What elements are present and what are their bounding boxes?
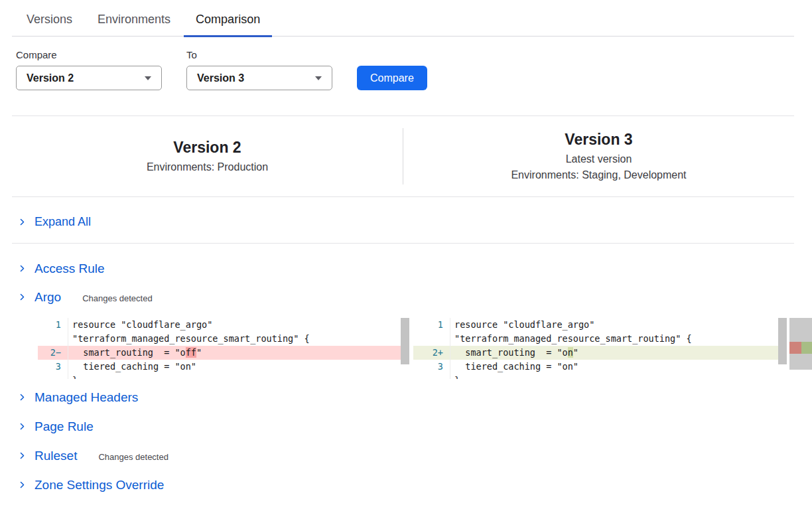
line-number: 1 bbox=[38, 318, 68, 332]
chevron-right-icon bbox=[18, 218, 27, 226]
diff-line: 3 tiered_caching = "on" bbox=[38, 360, 409, 374]
code-text: resource "cloudflare_argo" bbox=[68, 318, 409, 332]
diff-line: } bbox=[413, 374, 787, 379]
section-label: Access Rule bbox=[34, 261, 105, 276]
deletion-marker bbox=[789, 342, 801, 354]
line-number bbox=[38, 374, 68, 379]
to-version-select[interactable]: Version 3 bbox=[186, 66, 332, 90]
compare-version-select-value: Version 2 bbox=[27, 72, 74, 84]
left-version-header: Version 2 Environments: Production bbox=[12, 128, 403, 185]
code-text: } bbox=[450, 374, 787, 379]
section-list: Access Rule Argo Changes detected 1 reso… bbox=[18, 261, 794, 492]
diff-line: } bbox=[38, 374, 409, 379]
code-text: smart_routing = "on" bbox=[450, 346, 787, 360]
tab-comparison[interactable]: Comparison bbox=[184, 12, 272, 37]
left-pane-scrollbar[interactable] bbox=[401, 318, 409, 364]
diff-right-pane[interactable]: 1 resource "cloudflare_argo" "terraform_… bbox=[413, 318, 787, 379]
chevron-right-icon bbox=[18, 264, 27, 273]
right-version-latest-label: Latest version bbox=[403, 151, 794, 167]
tab-versions[interactable]: Versions bbox=[15, 12, 84, 37]
added-chars: n bbox=[568, 347, 573, 358]
section-label: Managed Headers bbox=[34, 390, 138, 405]
section-argo[interactable]: Argo Changes detected bbox=[18, 289, 794, 305]
diff-line: 1 resource "cloudflare_argo" bbox=[413, 318, 787, 332]
code-text: tiered_caching = "on" bbox=[450, 360, 787, 374]
diff-line-wrap: "terraform_managed_resource_smart_routin… bbox=[38, 332, 409, 346]
version-comparison-header: Version 2 Environments: Production Versi… bbox=[12, 115, 794, 197]
diff-left-pane[interactable]: 1 resource "cloudflare_argo" "terraform_… bbox=[38, 318, 409, 379]
deletion-sign: − bbox=[56, 347, 61, 358]
code-text: smart_routing = "off" bbox=[68, 346, 409, 360]
chevron-down-icon bbox=[145, 76, 151, 80]
diff-line-deleted: 2− smart_routing = "off" bbox=[38, 346, 409, 360]
diff-line: 3 tiered_caching = "on" bbox=[413, 360, 787, 374]
line-number: 3 bbox=[413, 360, 450, 374]
section-label: Page Rule bbox=[34, 419, 94, 434]
right-version-header: Version 3 Latest version Environments: S… bbox=[403, 120, 794, 192]
line-number: 2− bbox=[38, 346, 68, 360]
left-version-title: Version 2 bbox=[12, 137, 403, 157]
right-version-title: Version 3 bbox=[403, 129, 794, 149]
changes-detected-badge: Changes detected bbox=[98, 450, 169, 462]
addition-sign: + bbox=[438, 347, 443, 358]
section-label: Argo bbox=[34, 289, 61, 305]
line-number: 3 bbox=[38, 360, 68, 374]
section-label: Ruleset bbox=[34, 448, 77, 463]
code-text: "terraform_managed_resource_smart_routin… bbox=[450, 332, 787, 346]
section-ruleset[interactable]: Ruleset Changes detected bbox=[18, 448, 794, 463]
section-zone-settings-override[interactable]: Zone Settings Override bbox=[18, 477, 794, 492]
code-text: tiered_caching = "on" bbox=[68, 360, 409, 374]
right-pane-scrollbar[interactable] bbox=[778, 318, 787, 364]
addition-marker bbox=[801, 342, 812, 354]
line-number bbox=[413, 332, 450, 346]
expand-all-label: Expand All bbox=[34, 214, 91, 230]
chevron-right-icon bbox=[18, 481, 27, 489]
code-text: resource "cloudflare_argo" bbox=[450, 318, 787, 332]
diff-overview-ruler bbox=[789, 318, 812, 370]
to-field: To Version 3 bbox=[186, 49, 332, 90]
tab-environments[interactable]: Environments bbox=[86, 12, 182, 37]
line-number: 2+ bbox=[413, 346, 450, 360]
compare-version-select[interactable]: Version 2 bbox=[16, 66, 162, 90]
deleted-chars: ff bbox=[186, 347, 196, 358]
diff-line-added: 2+ smart_routing = "on" bbox=[413, 346, 787, 360]
section-managed-headers[interactable]: Managed Headers bbox=[18, 390, 794, 405]
section-label: Zone Settings Override bbox=[34, 477, 164, 492]
chevron-right-icon bbox=[18, 422, 27, 431]
argo-diff-editor: 1 resource "cloudflare_argo" "terraform_… bbox=[38, 318, 812, 379]
diff-line: 1 resource "cloudflare_argo" bbox=[38, 318, 409, 332]
chevron-right-icon bbox=[18, 451, 27, 460]
diff-line-wrap: "terraform_managed_resource_smart_routin… bbox=[413, 332, 787, 346]
compare-controls: Compare Version 2 To Version 3 Compare bbox=[16, 49, 794, 90]
section-access-rule[interactable]: Access Rule bbox=[18, 261, 794, 276]
line-number bbox=[413, 374, 450, 379]
compare-field-label: Compare bbox=[16, 49, 162, 61]
line-number bbox=[38, 332, 68, 346]
code-text: "terraform_managed_resource_smart_routin… bbox=[68, 332, 409, 346]
tab-bar: Versions Environments Comparison bbox=[12, 0, 794, 37]
changes-detected-badge: Changes detected bbox=[82, 291, 153, 303]
to-version-select-value: Version 3 bbox=[197, 72, 244, 84]
expand-all-band: Expand All bbox=[12, 197, 794, 244]
chevron-right-icon bbox=[18, 293, 27, 301]
left-version-environments: Environments: Production bbox=[12, 159, 403, 175]
code-text: } bbox=[68, 374, 409, 379]
right-version-environments: Environments: Staging, Development bbox=[403, 167, 794, 183]
line-number: 1 bbox=[413, 318, 450, 332]
chevron-right-icon bbox=[18, 393, 27, 402]
compare-button[interactable]: Compare bbox=[357, 66, 427, 90]
expand-all-button[interactable]: Expand All bbox=[18, 214, 794, 230]
to-field-label: To bbox=[186, 49, 332, 61]
section-page-rule[interactable]: Page Rule bbox=[18, 419, 794, 434]
compare-field: Compare Version 2 bbox=[16, 49, 162, 90]
chevron-down-icon bbox=[315, 76, 322, 80]
